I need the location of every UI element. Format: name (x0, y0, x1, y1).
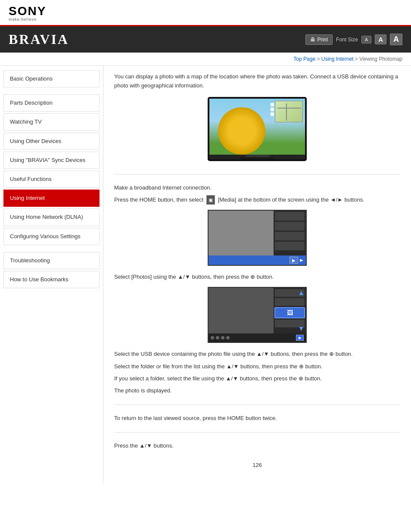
sunflower (218, 107, 265, 155)
step5-text: Select the folder or file from the list … (114, 362, 400, 371)
sidebar-item-bravia-sync[interactable]: Using "BRAVIA" Sync Devices (3, 152, 100, 169)
toolbar-right: 🖶 Print Font Size A A A (305, 34, 402, 45)
content-area: You can display a photo with a map of th… (103, 66, 411, 483)
breadcrumb-current: Viewing Photomap (359, 56, 402, 62)
tv-base (240, 157, 274, 159)
tv-stand (246, 155, 269, 157)
sidebar-item-troubleshooting[interactable]: Troubleshooting (3, 252, 100, 269)
sidebar: Basic Operations Parts Description Watch… (0, 66, 103, 483)
sidebar-item-using-other-devices[interactable]: Using Other Devices (3, 133, 100, 150)
step6-text: If you select a folder, select the file … (114, 374, 400, 383)
page-number-container: 126 (114, 453, 400, 477)
tv-screen (209, 99, 305, 155)
arrow-up: ▲ (298, 289, 305, 297)
menu-side-1 (274, 211, 306, 257)
breadcrumb-sep1: > (317, 56, 321, 62)
step2-text: Press the HOME button, then select ▣ [Me… (114, 195, 400, 205)
printer-icon: 🖶 (310, 37, 315, 43)
font-large-button[interactable]: A (390, 34, 402, 45)
bravia-title: BRAVIA (9, 31, 69, 47)
breadcrumb: Top Page > Using Internet > Viewing Phot… (0, 53, 411, 66)
breadcrumb-top-page[interactable]: Top Page (293, 56, 315, 62)
media-icon: ▣ (206, 195, 215, 205)
play-icon-1: ▶ (290, 257, 298, 264)
menu-content-1 (209, 211, 275, 257)
step7-text: The photo is displayed. (114, 386, 400, 395)
sidebar-item-bookmarks[interactable]: How to Use Bookmarks (3, 271, 100, 288)
sidebar-item-home-network[interactable]: Using Home Network (DLNA) (3, 208, 100, 226)
menu-display-2: 🖼 ▲ ▼ (208, 287, 307, 343)
sony-logo: SONY make.believe (9, 5, 46, 22)
page-number: 126 (252, 462, 262, 468)
font-medium-button[interactable]: A (375, 34, 386, 44)
steps-section: Make a broadband Internet connection. Pr… (114, 183, 400, 405)
breadcrumb-sep2: > (355, 56, 359, 62)
menu-screenshot-1: ▶ ► (114, 210, 400, 267)
menu-screenshot-2: 🖼 ▲ ▼ (114, 287, 400, 344)
font-small-button[interactable]: A (361, 36, 371, 44)
press-text: Press the ▲/▼ buttons. (114, 441, 400, 451)
font-size-label: Font Size (336, 37, 358, 43)
print-label: Print (317, 37, 328, 43)
tv-menu-icons (271, 103, 274, 124)
sony-tagline: make.believe (9, 17, 37, 22)
map-road-h (277, 108, 301, 109)
return-text: To return to the last viewed source, pre… (114, 414, 400, 423)
photos-selected-item: 🖼 (274, 307, 305, 318)
overview-text: You can display a photo with a map of th… (114, 72, 400, 90)
map-overlay (275, 101, 303, 122)
arrow-right-1: ► (299, 257, 304, 263)
photo-icon: 🖼 (287, 309, 293, 316)
map-road-v (286, 103, 287, 121)
arrow-down: ▼ (298, 325, 305, 333)
sidebar-item-using-internet[interactable]: Using Internet (3, 190, 100, 207)
sidebar-item-basic-operations[interactable]: Basic Operations (3, 70, 100, 87)
overview-section: You can display a photo with a map of th… (114, 72, 400, 174)
main-layout: Basic Operations Parts Description Watch… (0, 66, 411, 483)
print-button[interactable]: 🖶 Print (305, 34, 333, 45)
tv-image-container (114, 97, 400, 161)
sidebar-item-watching-tv[interactable]: Watching TV (3, 113, 100, 131)
step4-text: Select the USB device containing the pho… (114, 349, 400, 359)
breadcrumb-using-internet[interactable]: Using Internet (321, 56, 354, 62)
return-section: To return to the last viewed source, pre… (114, 414, 400, 432)
sidebar-item-useful-functions[interactable]: Useful Functions (3, 171, 100, 188)
menu-bottom-2: ▶ (209, 333, 306, 342)
press-section: Press the ▲/▼ buttons. (114, 441, 400, 451)
tv-display (208, 97, 307, 161)
menu-content-2 (209, 288, 275, 335)
step1-text: Make a broadband Internet connection. (114, 183, 400, 193)
bravia-bar: BRAVIA 🖶 Print Font Size A A A (0, 26, 411, 53)
menu-display-1: ▶ ► (208, 210, 307, 266)
menu-bottom-1: ▶ ► (209, 255, 306, 265)
header: SONY make.believe BRAVIA 🖶 Print Font Si… (0, 0, 411, 53)
dots-row (211, 336, 230, 339)
sidebar-item-parts-description[interactable]: Parts Description (3, 94, 100, 112)
tv-frame (208, 97, 307, 161)
sidebar-item-configuring-settings[interactable]: Configuring Various Settings (3, 228, 100, 245)
step3-text: Select [Photos] using the ▲/▼ buttons, t… (114, 272, 400, 282)
sony-text: SONY (9, 5, 46, 17)
menu-blue-bar: ▶ ► (209, 255, 306, 265)
map-bg (275, 101, 302, 122)
play-icon-2: ▶ (296, 335, 304, 341)
